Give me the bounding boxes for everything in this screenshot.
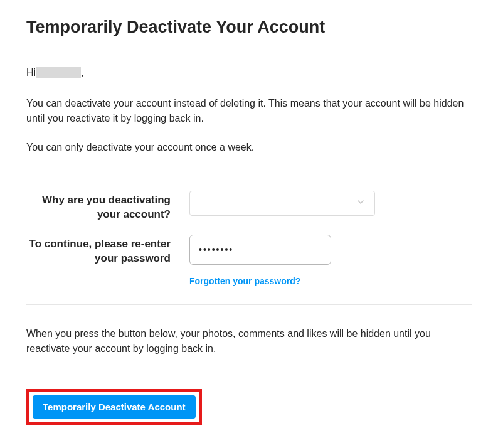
reason-label: Why are you deactivating your account? (26, 191, 189, 222)
page-title: Temporarily Deactivate Your Account (26, 18, 472, 37)
deactivate-form: Why are you deactivating your account? T… (26, 173, 472, 287)
annotation-highlight-box: Temporarily Deactivate Account (26, 389, 202, 425)
deactivate-info-paragraph-3: When you press the button below, your ph… (26, 326, 472, 356)
reason-select[interactable] (189, 191, 375, 216)
reason-row: Why are you deactivating your account? (26, 191, 472, 222)
greeting-line: Hi , (26, 67, 472, 78)
password-row: To continue, please re-enter your passwo… (26, 235, 472, 287)
greeting-username-redacted (36, 67, 81, 78)
bottom-section: When you press the button below, your ph… (26, 305, 472, 425)
temporarily-deactivate-button[interactable]: Temporarily Deactivate Account (33, 395, 196, 419)
greeting-prefix: Hi (26, 67, 36, 78)
password-input[interactable] (189, 235, 331, 265)
deactivate-info-paragraph-2: You can only deactivate your account onc… (26, 140, 472, 155)
forgot-password-link[interactable]: Forgotten your password? (189, 276, 300, 286)
greeting-suffix: , (81, 67, 83, 78)
chevron-down-icon (356, 197, 366, 210)
deactivate-info-paragraph-1: You can deactivate your account instead … (26, 96, 472, 126)
password-label: To continue, please re-enter your passwo… (26, 235, 189, 266)
